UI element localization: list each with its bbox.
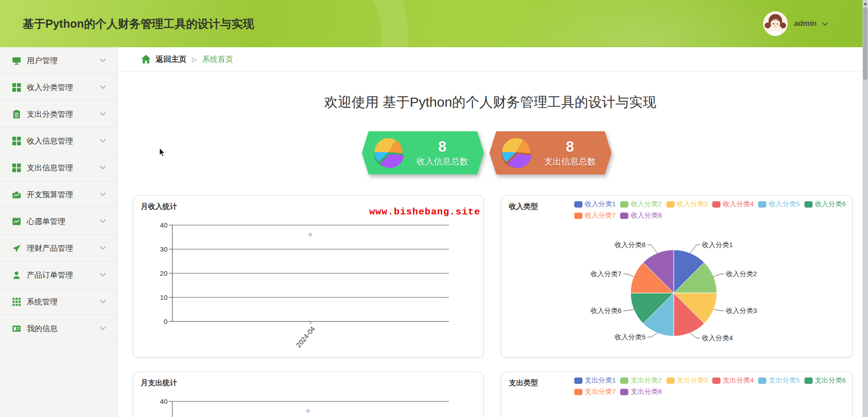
chevron-down-icon <box>100 137 106 143</box>
y-tick-mark <box>169 297 172 298</box>
briefcase-chart-icon <box>12 190 21 199</box>
chart-title: 月支出统计 <box>141 378 177 388</box>
legend-label: 支出分类8 <box>631 387 661 396</box>
watermark-text: www.bishebang.site <box>369 207 480 217</box>
breadcrumb-home-label[interactable]: 返回主页 <box>156 54 187 65</box>
legend-item[interactable]: 支出分类4 <box>712 376 754 385</box>
stat-cards-row: 8 收入信息总数 8 支出信息总数 <box>362 131 612 174</box>
legend-item[interactable]: 支出分类8 <box>620 387 661 396</box>
sidebar-item-income-info[interactable]: 收入信息管理 <box>0 128 118 154</box>
sidebar-item-product-orders[interactable]: 产品订单管理 <box>0 262 118 288</box>
sidebar: 用户管理 收入分类管理 支出分类管理 收入信息管理 支出信息管理 开支预算管理 <box>0 47 118 417</box>
sidebar-item-expense-category[interactable]: 支出分类管理 <box>0 101 118 128</box>
pie-label-line <box>714 309 724 311</box>
chevron-down-icon <box>100 271 106 277</box>
monitor-icon <box>12 56 21 65</box>
page-title: 欢迎使用 基于Python的个人财务管理工具的设计与实现 <box>118 93 863 112</box>
legend-swatch <box>804 377 813 384</box>
stat-card-expense-total: 8 支出信息总数 <box>489 131 612 174</box>
sidebar-item-budget[interactable]: 开支预算管理 <box>0 181 118 208</box>
y-tick-mark <box>169 321 172 322</box>
sidebar-item-label: 系统管理 <box>27 297 58 307</box>
sidebar-item-expense-info[interactable]: 支出信息管理 <box>0 154 118 181</box>
pie-slice-label: 收入分类6 <box>591 307 621 314</box>
sidebar-item-label: 支出分类管理 <box>27 109 73 119</box>
breadcrumb-current-link[interactable]: 系统首页 <box>202 54 233 65</box>
chevron-down-icon <box>100 164 106 169</box>
y-tick-label: 10 <box>149 294 168 301</box>
chevron-down-icon <box>100 324 106 330</box>
legend-item[interactable]: 支出分类1 <box>574 376 616 385</box>
pie-label-line <box>714 274 724 277</box>
pie-label-line <box>623 309 634 311</box>
scrollbar-up-arrow-icon[interactable] <box>863 2 867 5</box>
gridline <box>172 401 449 402</box>
pie-3d-icon <box>499 136 533 170</box>
y-tick-label: 30 <box>149 246 168 253</box>
scatter-point <box>306 409 310 412</box>
chart-title: 支出类型 <box>509 378 538 388</box>
chevron-down-icon <box>100 217 106 223</box>
sidebar-item-system[interactable]: 系统管理 <box>0 288 118 315</box>
y-tick-mark <box>169 273 172 273</box>
y-tick-label: 0 <box>149 318 168 325</box>
legend-item[interactable]: 支出分类3 <box>666 376 708 385</box>
legend-item[interactable]: 支出分类6 <box>804 376 846 385</box>
income-total-label: 收入信息总数 <box>405 156 479 168</box>
pie-label-line <box>647 245 657 253</box>
gridline <box>172 225 449 225</box>
y-axis-line <box>172 401 173 417</box>
pie-label-line <box>647 333 657 337</box>
user-name[interactable]: admin <box>794 19 817 28</box>
scrollbar-thumb[interactable] <box>863 7 868 80</box>
chart-panel-monthly-expense: 月支出统计 40 30 20 10 0 2024-04 <box>133 372 483 417</box>
paper-plane-icon <box>12 243 21 253</box>
vertical-scrollbar[interactable] <box>863 0 868 417</box>
breadcrumb-home-link[interactable]: 返回主页 <box>141 54 187 65</box>
id-card-icon <box>12 324 21 333</box>
legend-item[interactable]: 支出分类5 <box>758 376 799 385</box>
chevron-down-icon <box>100 244 106 250</box>
pie-slice-label: 收入分类5 <box>615 333 646 341</box>
sidebar-item-label: 用户管理 <box>27 55 58 66</box>
pie-slice-label: 收入分类3 <box>726 307 757 314</box>
mouse-cursor-icon <box>158 148 166 159</box>
avatar-girl-icon <box>763 11 788 36</box>
sidebar-item-income-category[interactable]: 收入分类管理 <box>0 74 118 101</box>
breadcrumb: 返回主页 ▷ 系统首页 <box>118 47 863 72</box>
expense-total-label: 支出信息总数 <box>533 156 607 168</box>
chart-title: 月收入统计 <box>141 202 177 212</box>
expense-total-value: 8 <box>533 139 607 155</box>
sidebar-item-label: 我的信息 <box>27 323 58 334</box>
legend-swatch <box>666 377 675 384</box>
y-tick-mark <box>169 401 172 402</box>
user-menu[interactable]: admin <box>763 11 827 36</box>
gridline <box>172 273 449 273</box>
app-window: 基于Python的个人财务管理工具的设计与实现 admin <box>0 0 868 417</box>
sidebar-item-label: 支出信息管理 <box>27 163 73 173</box>
legend-item[interactable]: 支出分类7 <box>574 387 616 396</box>
pie-slice-label: 收入分类2 <box>726 270 757 278</box>
grid-icon <box>12 83 21 92</box>
sidebar-item-label: 收入信息管理 <box>27 136 73 146</box>
grid-icon <box>12 136 21 146</box>
sidebar-item-label: 收入分类管理 <box>27 82 73 93</box>
sidebar-item-label: 理财产品管理 <box>27 243 73 253</box>
sidebar-item-my-info[interactable]: 我的信息 <box>0 315 118 342</box>
legend-label: 支出分类6 <box>815 376 846 385</box>
sidebar-item-user-management[interactable]: 用户管理 <box>0 47 118 74</box>
sidebar-item-label: 心愿单管理 <box>27 216 65 227</box>
avatar[interactable] <box>763 11 788 36</box>
pie-label-line <box>690 245 700 253</box>
legend-label: 支出分类4 <box>723 376 754 385</box>
sidebar-item-label: 开支预算管理 <box>27 189 73 200</box>
sidebar-item-wishlist[interactable]: 心愿单管理 <box>0 208 118 235</box>
legend-swatch <box>620 377 628 384</box>
y-tick-label: 40 <box>149 222 168 228</box>
chevron-down-icon <box>100 83 106 89</box>
sidebar-item-financial-products[interactable]: 理财产品管理 <box>0 235 118 262</box>
y-tick-label: 40 <box>149 398 168 405</box>
grid-icon <box>12 163 21 173</box>
pie-chart: 收入分类1 收入分类2 收入分类3 收入分类4 收入分类5 收入分类6 收入分类… <box>502 196 853 358</box>
legend-item[interactable]: 支出分类2 <box>620 376 661 385</box>
